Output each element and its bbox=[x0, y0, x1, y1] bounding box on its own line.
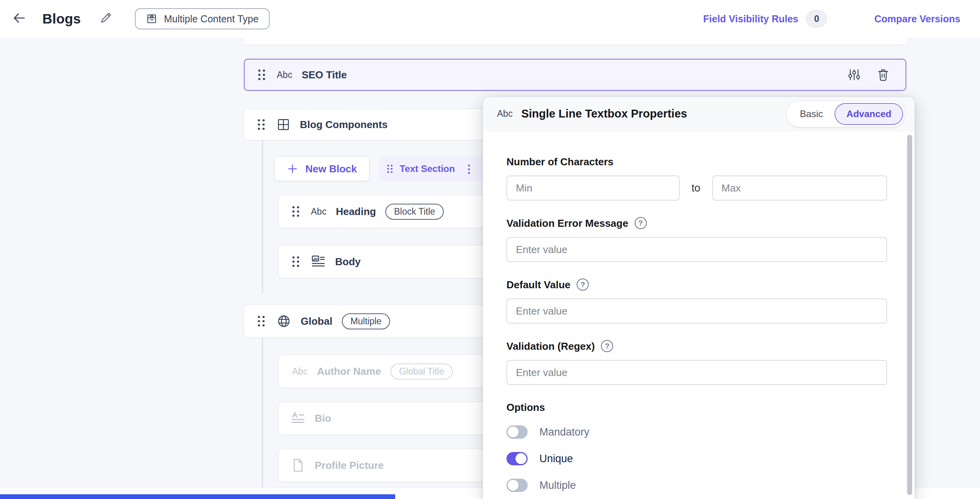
help-icon[interactable]: ? bbox=[635, 217, 647, 229]
single-line-text-icon: Abc bbox=[277, 70, 292, 80]
mandatory-toggle[interactable] bbox=[506, 425, 528, 439]
toggle-row-multiple: Multiple bbox=[506, 477, 887, 494]
validation-error-message-group: Validation Error Message ? bbox=[506, 217, 887, 262]
drag-handle-icon[interactable] bbox=[257, 118, 266, 131]
drag-handle-icon[interactable] bbox=[291, 205, 301, 218]
toggle-row-mandatory: Mandatory bbox=[506, 423, 887, 441]
field-card-body[interactable]: Body bbox=[278, 245, 498, 278]
single-line-text-icon: Abc bbox=[292, 366, 308, 377]
text-section-label: Text Section bbox=[400, 163, 455, 174]
drag-handle-icon[interactable] bbox=[291, 255, 301, 268]
single-line-text-icon: Abc bbox=[311, 206, 327, 217]
field-title: Profile Picture bbox=[315, 459, 384, 472]
page-title: Blogs bbox=[42, 11, 81, 27]
toggle-knob bbox=[508, 427, 519, 438]
top-bar-actions: Field Visibility Rules 0 Compare Version… bbox=[703, 10, 960, 27]
panel-scrollbar-thumb[interactable] bbox=[907, 135, 912, 495]
validation-regex-input[interactable] bbox=[506, 360, 887, 385]
rich-text-icon bbox=[311, 254, 326, 269]
field-card-bio[interactable]: Bio bbox=[278, 402, 498, 435]
content-type-builder-screen: Blogs Multiple Content Type Field Visibi… bbox=[0, 0, 980, 499]
toggle-row-unique: Unique bbox=[506, 450, 887, 467]
modular-blocks-icon bbox=[276, 118, 290, 132]
validation-error-message-input[interactable] bbox=[506, 237, 887, 262]
options-label: Options bbox=[506, 401, 887, 413]
archive-icon bbox=[146, 13, 158, 25]
number-of-characters-group: Number of Characters to bbox=[506, 156, 887, 201]
validation-regex-group: Validation (Regex) ? bbox=[506, 340, 887, 385]
field-title: Heading bbox=[336, 206, 376, 218]
multiple-toggle-label: Multiple bbox=[539, 479, 576, 492]
unique-toggle[interactable] bbox=[506, 452, 528, 465]
edit-title-button[interactable] bbox=[100, 12, 112, 26]
field-row-global[interactable]: Global Multiple bbox=[244, 305, 498, 338]
basic-advanced-switch: Basic Advanced bbox=[786, 101, 905, 127]
validation-regex-label: Validation (Regex) ? bbox=[506, 340, 887, 352]
global-title-tag: Global Title bbox=[390, 363, 453, 380]
field-settings-icon[interactable] bbox=[848, 68, 861, 81]
default-value-label: Default Value ? bbox=[506, 278, 887, 291]
panel-header: Abc Single Line Textbox Properties Basic… bbox=[483, 97, 915, 131]
help-icon[interactable]: ? bbox=[577, 278, 589, 291]
field-card-profile-picture[interactable]: Profile Picture bbox=[278, 449, 498, 482]
help-icon[interactable]: ? bbox=[601, 340, 613, 352]
field-title: Author Name bbox=[317, 365, 381, 378]
field-visibility-rules-link[interactable]: Field Visibility Rules bbox=[703, 13, 799, 25]
min-characters-input[interactable] bbox=[506, 175, 680, 201]
plus-icon bbox=[287, 163, 298, 175]
field-title: Body bbox=[335, 256, 361, 268]
panel-body: Number of Characters to Validation Error… bbox=[483, 131, 915, 494]
field-visibility-count-badge: 0 bbox=[806, 10, 827, 27]
multiple-toggle[interactable] bbox=[506, 479, 528, 492]
compare-versions-link[interactable]: Compare Versions bbox=[874, 13, 960, 25]
default-value-input[interactable] bbox=[506, 298, 887, 324]
tab-advanced[interactable]: Advanced bbox=[835, 103, 903, 125]
multiple-tag: Multiple bbox=[342, 313, 390, 329]
block-chips-row: New Block Text Section ⋮ bbox=[274, 157, 516, 181]
drag-handle-icon[interactable] bbox=[257, 315, 266, 327]
properties-panel: Abc Single Line Textbox Properties Basic… bbox=[483, 97, 915, 499]
bottom-blue-bar bbox=[0, 494, 395, 499]
field-title: Global bbox=[301, 315, 332, 327]
top-bar: Blogs Multiple Content Type Field Visibi… bbox=[0, 0, 980, 38]
back-arrow-icon bbox=[13, 11, 27, 27]
text-section-chip[interactable]: Text Section ⋮ bbox=[379, 157, 484, 181]
validation-error-message-label: Validation Error Message ? bbox=[506, 217, 887, 229]
mandatory-toggle-label: Mandatory bbox=[539, 426, 590, 438]
drag-handle-icon[interactable] bbox=[387, 164, 394, 174]
toggle-knob bbox=[508, 480, 519, 491]
to-separator: to bbox=[691, 182, 701, 194]
block-title-tag: Block Title bbox=[385, 204, 444, 220]
field-title: SEO Title bbox=[302, 69, 347, 81]
drag-handle-icon[interactable] bbox=[257, 69, 267, 81]
new-block-label: New Block bbox=[305, 163, 357, 175]
unique-toggle-label: Unique bbox=[539, 453, 573, 465]
field-card-author-name[interactable]: Abc Author Name Global Title bbox=[278, 355, 498, 388]
content-type-badge-label: Multiple Content Type bbox=[164, 13, 258, 25]
previous-field-row-partial bbox=[244, 38, 906, 45]
multiline-text-icon bbox=[290, 411, 305, 426]
back-button[interactable] bbox=[11, 10, 28, 27]
default-value-group: Default Value ? bbox=[506, 278, 887, 324]
panel-title: Single Line Textbox Properties bbox=[521, 107, 687, 120]
single-line-text-icon: Abc bbox=[497, 108, 513, 119]
field-title: Bio bbox=[315, 412, 331, 425]
indent-guide bbox=[262, 338, 263, 487]
globe-icon bbox=[276, 314, 291, 329]
pencil-icon bbox=[100, 12, 112, 26]
field-card-heading[interactable]: Abc Heading Block Title bbox=[278, 195, 498, 228]
field-row-seo-title[interactable]: Abc SEO Title bbox=[244, 59, 906, 91]
delete-field-icon[interactable] bbox=[877, 68, 890, 81]
row-actions bbox=[848, 68, 906, 81]
toggle-knob bbox=[515, 453, 526, 464]
file-icon bbox=[290, 458, 305, 473]
kebab-menu-icon[interactable]: ⋮ bbox=[461, 163, 477, 175]
indent-guide bbox=[262, 140, 263, 293]
tab-basic[interactable]: Basic bbox=[788, 103, 835, 125]
new-block-button[interactable]: New Block bbox=[274, 157, 369, 181]
max-characters-input[interactable] bbox=[712, 175, 887, 201]
field-title: Blog Components bbox=[300, 119, 388, 131]
number-of-characters-label: Number of Characters bbox=[506, 156, 887, 168]
content-type-badge: Multiple Content Type bbox=[135, 8, 269, 29]
